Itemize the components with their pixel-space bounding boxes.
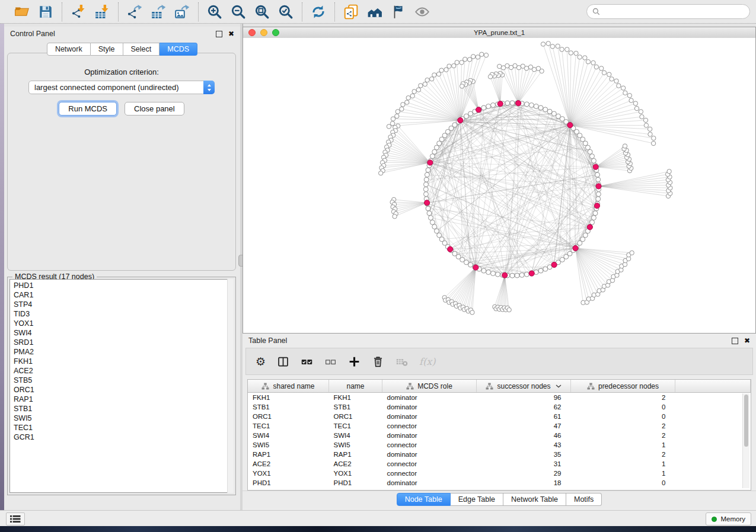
table-cell[interactable]: 96	[477, 393, 571, 403]
table-cell[interactable]: 47	[477, 421, 571, 431]
mcds-node-item[interactable]: GCR1	[14, 432, 233, 442]
dominator-node[interactable]	[573, 245, 578, 251]
network-canvas[interactable]	[243, 38, 755, 333]
import-network-button[interactable]	[68, 2, 89, 21]
table-cell[interactable]: 18	[477, 478, 571, 488]
dominator-node[interactable]	[448, 246, 453, 252]
table-cell[interactable]: 2	[571, 393, 675, 403]
table-cell[interactable]: dominator	[382, 478, 477, 488]
table-row[interactable]: SWI5SWI5connector431	[248, 440, 751, 450]
delete-column-button[interactable]	[372, 355, 384, 368]
column-header-name[interactable]: name	[329, 380, 382, 393]
mcds-node-item[interactable]: SWI4	[14, 328, 233, 338]
settings-gear-button[interactable]: ⚙	[256, 356, 266, 367]
tab-node-table[interactable]: Node Table	[397, 493, 451, 506]
zoom-fit-button[interactable]	[251, 2, 273, 21]
table-cell[interactable]: 31	[477, 459, 571, 469]
table-row[interactable]: ORC1ORC1dominator610	[248, 412, 751, 421]
close-light-icon[interactable]	[248, 29, 256, 36]
table-cell[interactable]: PHD1	[248, 478, 329, 488]
table-cell[interactable]: 46	[477, 431, 571, 440]
dominator-node[interactable]	[516, 101, 521, 106]
export-image-button[interactable]	[171, 2, 193, 21]
run-mcds-button[interactable]: Run MCDS	[59, 102, 117, 116]
table-cell[interactable]: dominator	[382, 450, 477, 459]
open-folder-button[interactable]	[11, 2, 33, 21]
tab-network[interactable]: Network	[47, 43, 91, 56]
criterion-select[interactable]: largest connected component (undirected)	[28, 81, 215, 94]
table-row[interactable]: YOX1YOX1connector291	[248, 469, 751, 478]
mcds-node-item[interactable]: ORC1	[14, 385, 233, 395]
mcds-node-item[interactable]: STB1	[14, 404, 233, 414]
zoom-out-button[interactable]	[228, 2, 249, 21]
tab-edge-table[interactable]: Edge Table	[451, 493, 503, 506]
eye-button[interactable]	[412, 2, 433, 21]
select-all-button[interactable]	[301, 355, 313, 368]
table-cell[interactable]: connector	[382, 459, 477, 469]
table-cell[interactable]: connector	[382, 440, 477, 450]
table-cell[interactable]: ORC1	[329, 412, 382, 421]
table-cell[interactable]: YOX1	[329, 469, 382, 478]
table-row[interactable]: RAP1RAP1dominator352	[248, 450, 751, 459]
table-cell[interactable]: 1	[571, 440, 675, 450]
column-header-predecessor-nodes[interactable]: predecessor nodes	[571, 380, 675, 393]
dominator-node[interactable]	[476, 107, 481, 113]
column-header-successor-nodes[interactable]: successor nodes	[477, 380, 571, 393]
dominator-node[interactable]	[502, 273, 508, 278]
table-cell[interactable]: TEC1	[329, 421, 382, 431]
dominator-node[interactable]	[428, 160, 433, 165]
table-cell[interactable]: 43	[477, 440, 571, 450]
mcds-node-item[interactable]: PMA2	[14, 347, 233, 357]
table-scrollbar-thumb[interactable]	[744, 395, 748, 447]
table-cell[interactable]: dominator	[382, 431, 477, 440]
float-table-panel-icon[interactable]	[732, 338, 738, 344]
table-cell[interactable]: YOX1	[248, 469, 329, 478]
table-cell[interactable]: PHD1	[329, 478, 382, 488]
table-cell[interactable]: 0	[571, 478, 675, 488]
close-panel-icon[interactable]: ✖	[228, 30, 234, 37]
table-cell[interactable]: SWI5	[248, 440, 329, 450]
table-cell[interactable]: SWI4	[248, 431, 329, 440]
table-row[interactable]: SWI4SWI4dominator462	[248, 431, 751, 440]
table-cell[interactable]: 62	[477, 402, 571, 412]
close-table-panel-icon[interactable]: ✖	[744, 337, 750, 344]
mcds-node-item[interactable]: STP4	[14, 300, 233, 309]
network-window-titlebar[interactable]: YPA_prune.txt_1	[243, 27, 755, 39]
dominator-node[interactable]	[424, 200, 429, 206]
mcds-node-item[interactable]: SRD1	[14, 338, 233, 347]
zoom-selected-button[interactable]	[275, 2, 296, 21]
unselect-all-button[interactable]	[324, 355, 337, 368]
table-cell[interactable]: FKH1	[329, 393, 382, 403]
tab-select[interactable]: Select	[123, 43, 160, 56]
search-box[interactable]	[586, 4, 750, 19]
export-table-button[interactable]	[148, 2, 169, 21]
table-cell[interactable]: STB1	[329, 402, 382, 412]
memory-button[interactable]: Memory	[706, 512, 751, 525]
table-cell[interactable]: RAP1	[248, 450, 329, 459]
table-row[interactable]: PHD1PHD1dominator180	[248, 478, 751, 488]
mcds-list-scrollbar[interactable]	[227, 279, 234, 493]
dominator-node[interactable]	[593, 164, 598, 169]
float-panel-icon[interactable]	[216, 31, 222, 37]
mcds-node-item[interactable]: SWI5	[14, 414, 233, 423]
mcds-node-item[interactable]: PHD1	[14, 281, 233, 290]
table-cell[interactable]: 2	[571, 431, 675, 440]
dominator-node[interactable]	[551, 262, 557, 267]
dominator-node[interactable]	[567, 123, 573, 128]
dominator-node[interactable]	[458, 118, 463, 123]
table-cell[interactable]: dominator	[382, 412, 477, 421]
table-cell[interactable]: SWI5	[329, 440, 382, 450]
table-cell[interactable]: 2	[571, 450, 675, 459]
table-cell[interactable]: 0	[571, 402, 675, 412]
minimize-light-icon[interactable]	[260, 29, 267, 36]
column-header-MCDS-role[interactable]: MCDS role	[382, 380, 477, 393]
table-cell[interactable]: TEC1	[248, 421, 329, 431]
table-cell[interactable]: 29	[477, 469, 571, 478]
table-cell[interactable]: 0	[571, 412, 675, 421]
dominator-node[interactable]	[473, 265, 479, 270]
table-cell[interactable]: RAP1	[329, 450, 382, 459]
table-row[interactable]: STB1STB1dominator620	[248, 402, 751, 412]
table-cell[interactable]: 61	[477, 412, 571, 421]
table-cell[interactable]: 1	[571, 469, 675, 478]
refresh-layout-button[interactable]	[308, 2, 329, 21]
